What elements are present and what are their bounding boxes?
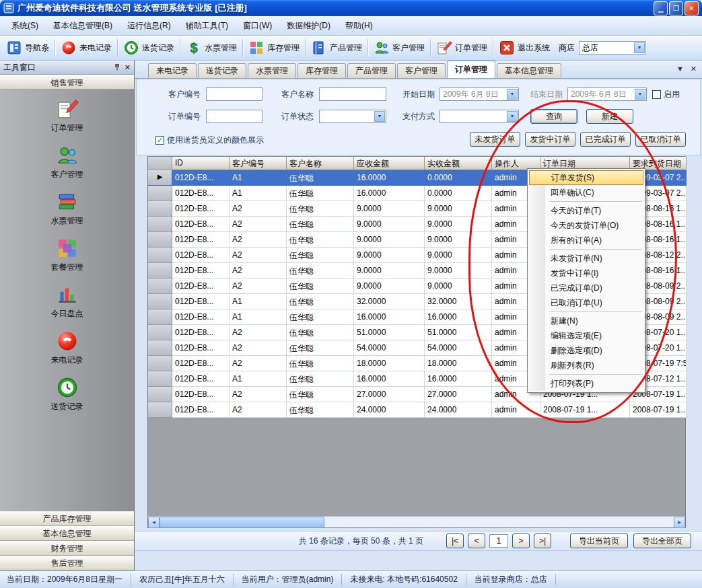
menu-item-runtime-info[interactable]: 运行信息(R) xyxy=(120,17,178,35)
horizontal-scrollbar[interactable]: ◄ ► xyxy=(148,516,685,527)
toolbar-button-product[interactable]: 产品管理 xyxy=(308,38,365,58)
sidebar-group-finance[interactable]: 财务管理 xyxy=(0,541,134,556)
tab-order[interactable]: 订单管理 xyxy=(447,61,495,78)
sidebar-item-order-manage[interactable]: 订单管理 xyxy=(0,98,134,134)
close-icon[interactable]: ✕ xyxy=(125,64,131,71)
close-icon[interactable]: ✕ xyxy=(691,65,697,73)
toolbar-button-incoming-call[interactable]: 来电记录 xyxy=(57,38,115,58)
row-indicator xyxy=(148,263,172,279)
tab-delivery-records[interactable]: 送货记录 xyxy=(198,63,246,78)
sidebar-item-delivery-record[interactable]: 送货记录 xyxy=(0,376,134,412)
sidebar-item-customer-manage[interactable]: 客户管理 xyxy=(0,144,134,180)
menu-item-assist-tools[interactable]: 辅助工具(T) xyxy=(178,17,236,35)
customer-name-input[interactable] xyxy=(319,87,386,101)
toolbar-button-exit[interactable]: 退出系统 xyxy=(495,38,553,58)
chevron-down-icon[interactable]: ▼ xyxy=(507,89,518,100)
context-menu-item[interactable]: 未发货订单(N) xyxy=(529,251,643,266)
query-button[interactable]: 查询 xyxy=(530,109,577,124)
status-filter-unshipped-orders[interactable]: 未发货订单 xyxy=(470,132,520,147)
prev-page-button[interactable]: < xyxy=(468,534,485,548)
context-menu-item[interactable]: 回单确认(C) xyxy=(529,185,643,200)
column-header[interactable]: 应收金额 xyxy=(354,157,425,170)
menu-item-basic-info[interactable]: 基本信息管理(B) xyxy=(46,17,120,35)
context-menu-item[interactable]: 订单发货(S) xyxy=(529,170,643,185)
chevron-down-icon[interactable]: ▼ xyxy=(634,42,645,53)
tab-call-records[interactable]: 来电记录 xyxy=(148,63,197,78)
close-button[interactable]: ✕ xyxy=(685,1,699,15)
toolbar-button-navigator[interactable]: 导航条 xyxy=(3,38,52,58)
context-menu-item[interactable]: 已完成订单(D) xyxy=(529,281,643,295)
menu-item-system[interactable]: 系统(S) xyxy=(4,17,46,35)
toolbar-button-inventory[interactable]: 库存管理 xyxy=(245,38,303,58)
column-header[interactable]: 实收金额 xyxy=(425,157,492,170)
store-select[interactable]: 总店 ▼ xyxy=(579,41,646,54)
end-date-picker[interactable]: 2009年 6月 8日 ▼ xyxy=(567,87,647,101)
context-menu-item[interactable]: 今天的订单(T) xyxy=(529,203,643,218)
tab-product[interactable]: 产品管理 xyxy=(347,63,396,78)
chevron-down-icon[interactable]: ▼ xyxy=(507,111,518,122)
toolbar-button-water-ticket[interactable]: $水票管理 xyxy=(182,38,240,58)
sidebar-item-package-manage[interactable]: 套餐管理 xyxy=(0,237,134,273)
scroll-left-icon[interactable]: ◄ xyxy=(148,517,160,528)
context-menu-item[interactable]: 编辑选定项(E) xyxy=(529,328,643,343)
scroll-right-icon[interactable]: ► xyxy=(674,517,685,528)
column-header[interactable]: 客户名称 xyxy=(287,157,354,170)
toolbar-button-delivery-record[interactable]: 送货记录 xyxy=(120,38,178,58)
next-page-button[interactable]: > xyxy=(512,534,530,548)
sidebar-item-water-ticket-manage[interactable]: 水票管理 xyxy=(0,190,134,227)
order-status-select[interactable]: ▼ xyxy=(319,110,386,123)
customer-no-input[interactable] xyxy=(206,87,262,101)
tab-water-ticket[interactable]: 水票管理 xyxy=(248,63,296,78)
tab-basic-info[interactable]: 基本信息管理 xyxy=(497,63,561,78)
table-row[interactable]: 012D-E8...A2伍华聪24.000024.0000admin2008-0… xyxy=(148,402,685,418)
checkbox-icon[interactable] xyxy=(652,90,661,99)
first-page-button[interactable]: |< xyxy=(446,534,464,548)
chevron-down-icon[interactable]: ▼ xyxy=(374,111,385,122)
table-cell: 012D-E8... xyxy=(172,309,230,325)
pay-method-select[interactable]: ▼ xyxy=(440,110,519,123)
chevron-down-icon[interactable]: ▼ xyxy=(635,89,645,100)
menu-item-help[interactable]: 帮助(H) xyxy=(338,17,380,35)
chevron-down-icon[interactable]: ▼ xyxy=(676,65,684,73)
toolbar-button-order[interactable]: 订单管理 xyxy=(433,38,491,58)
tab-inventory[interactable]: 库存管理 xyxy=(297,63,346,78)
sidebar-item-incoming-call[interactable]: 来电记录 xyxy=(0,330,134,366)
page-number-input[interactable] xyxy=(489,534,508,548)
context-menu-item[interactable]: 发货中订单(I) xyxy=(529,266,643,281)
color-display-checkbox[interactable]: ✓ 使用送货员定义的颜色展示 xyxy=(155,133,264,147)
column-header[interactable]: ID xyxy=(172,157,230,170)
context-menu-item[interactable]: 今天的发货订单(O) xyxy=(529,218,643,233)
titlebar[interactable]: 广州爱奇迪软件科技有限公司 送水管理系统专业版 [已注册] ▁ ❐ ✕ xyxy=(0,0,702,16)
enable-date-checkbox[interactable]: 启用 xyxy=(652,87,680,101)
status-filter-cancelled-orders[interactable]: 已取消订单 xyxy=(635,132,686,147)
context-menu-item[interactable]: 打印列表(P) xyxy=(529,376,643,391)
new-button[interactable]: 新建 xyxy=(586,109,633,124)
context-menu-item[interactable]: 新建(N) xyxy=(529,314,643,328)
column-header[interactable]: 客户编号 xyxy=(230,157,287,170)
context-menu-item[interactable]: 删除选定项(D) xyxy=(529,343,643,358)
export-current-button[interactable]: 导出当前页 xyxy=(570,534,628,548)
export-all-button[interactable]: 导出全部页 xyxy=(633,534,691,548)
toolbar-button-customer[interactable]: 客户管理 xyxy=(370,38,428,58)
maximize-button[interactable]: ❐ xyxy=(669,1,683,15)
context-menu-item[interactable]: 已取消订单(U) xyxy=(529,295,643,310)
order-no-input[interactable] xyxy=(206,110,262,123)
menu-item-data-maintenance[interactable]: 数据维护(D) xyxy=(279,17,338,35)
start-date-picker[interactable]: 2009年 6月 8日 ▼ xyxy=(440,87,519,101)
context-menu-item[interactable]: 刷新列表(R) xyxy=(529,358,643,373)
pin-icon[interactable] xyxy=(113,63,121,71)
context-menu-item[interactable]: 所有的订单(A) xyxy=(529,233,643,248)
menu-item-window[interactable]: 窗口(W) xyxy=(236,17,279,35)
checked-checkbox-icon[interactable]: ✓ xyxy=(155,136,164,145)
sidebar-group-after-sales[interactable]: 售后管理 xyxy=(0,556,134,571)
minimize-button[interactable]: ▁ xyxy=(654,1,668,15)
tab-customer[interactable]: 客户管理 xyxy=(397,63,446,78)
scrollbar-thumb[interactable] xyxy=(160,517,324,528)
sidebar-group-product-inventory[interactable]: 产品库存管理 xyxy=(0,511,134,526)
status-filter-shipping-orders[interactable]: 发货中订单 xyxy=(525,132,575,147)
sidebar-section-sales[interactable]: 销售管理 xyxy=(0,75,134,89)
sidebar-group-basic-info[interactable]: 基本信息管理 xyxy=(0,526,134,541)
sidebar-item-today-inventory[interactable]: 今日盘点 xyxy=(0,283,134,320)
last-page-button[interactable]: >| xyxy=(534,534,551,548)
status-filter-completed-orders[interactable]: 已完成订单 xyxy=(580,132,631,147)
